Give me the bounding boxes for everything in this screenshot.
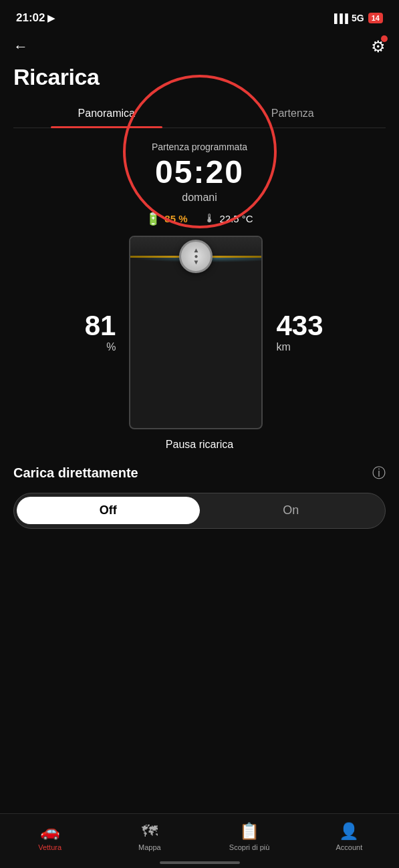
main-content: Partenza programmata 05:20 domani 🔋 85 %… [0,142,399,529]
location-icon: ▶ [47,13,55,23]
scheduled-label: Partenza programmata [13,142,386,152]
nav-vettura-icon: 🚗 [40,822,60,841]
nav-item-scopri[interactable]: 📋 Scopri di più [200,819,299,851]
battery-slider-button[interactable]: ▲ ● ▼ [179,240,213,273]
nav-scopri-label: Scopri di più [229,843,270,851]
time-display: 21:02 [16,11,45,25]
battery-range-value: 433 [276,312,323,340]
nav-account-icon: 👤 [339,822,359,841]
settings-notification-dot [381,35,388,42]
toggle-off-option[interactable]: Off [17,497,200,524]
network-label: 5G [352,13,364,23]
battery-percent-unit: % [76,341,116,353]
direct-charge-header: Carica direttamente ⓘ [13,464,386,482]
tab-partenza-label: Partenza [271,107,314,119]
info-icon[interactable]: ⓘ [372,464,386,482]
direct-charge-section: Carica direttamente ⓘ Off On [13,464,386,529]
status-time: 21:02 ▶ [16,11,55,25]
scheduled-day: domani [13,192,386,204]
toggle-on-option[interactable]: On [200,497,383,524]
battery-badge: 14 [368,13,383,23]
nav-item-account[interactable]: 👤 Account [299,819,399,851]
toggle-container: Off On [13,493,386,529]
battery-top-bar: ▲ ● ▼ [130,237,261,256]
tabs-container: Panoramica Partenza [13,101,386,128]
scheduled-departure-section: Partenza programmata 05:20 domani 🔋 85 %… [13,142,386,226]
status-bar: 21:02 ▶ ▐▐▐ 5G 14 [0,0,399,32]
battery-stat-value: 85 % [164,213,187,224]
direct-charge-title: Carica direttamente [13,465,138,481]
battery-container: ▲ ● ▼ [129,236,263,429]
nav-item-vettura[interactable]: 🚗 Vettura [0,819,100,851]
page-title: Ricarica [0,59,399,101]
nav-item-mappa[interactable]: 🗺 Mappa [100,819,199,851]
battery-fluid-level [130,258,261,411]
nav-mappa-icon: 🗺 [142,822,158,841]
battery-stat-icon: 🔋 [146,212,160,226]
pause-button-wrapper[interactable]: Pausa ricarica [13,439,386,451]
scheduled-info: Partenza programmata 05:20 domani [13,142,386,204]
tab-panoramica-label: Panoramica [78,107,135,119]
battery-range-display: 433 km [263,312,323,353]
settings-button[interactable]: ⚙ [371,37,386,56]
temp-stat-icon: 🌡 [204,212,216,226]
header: ← ⚙ [0,32,399,59]
home-indicator [160,861,240,864]
battery-percent-display: 81 % [76,312,129,353]
battery-range-unit: km [276,341,323,353]
scheduled-time: 05:20 [13,155,386,190]
tab-partenza[interactable]: Partenza [200,101,386,128]
nav-mappa-label: Mappa [138,843,161,851]
nav-vettura-label: Vettura [38,843,61,851]
bottom-nav: 🚗 Vettura 🗺 Mappa 📋 Scopri di più 👤 Acco… [0,813,399,868]
battery-percent-value: 81 [76,312,116,340]
signal-icon: ▐▐▐ [331,13,348,23]
battery-stat: 🔋 85 % [146,212,187,226]
tab-panoramica[interactable]: Panoramica [13,101,200,128]
slider-arrows: ▲ ● ▼ [193,247,200,265]
nav-scopri-icon: 📋 [239,822,259,841]
back-button[interactable]: ← [13,38,28,55]
temp-stat: 🌡 22.5 °C [204,212,253,226]
status-right: ▐▐▐ 5G 14 [331,13,383,23]
stats-row: 🔋 85 % 🌡 22.5 °C [13,212,386,226]
pause-button[interactable]: Pausa ricarica [166,439,233,450]
battery-visual-wrapper: 81 % ▲ ● ▼ 433 km [13,236,386,429]
temp-stat-value: 22.5 °C [220,213,253,224]
nav-account-label: Account [336,843,363,851]
